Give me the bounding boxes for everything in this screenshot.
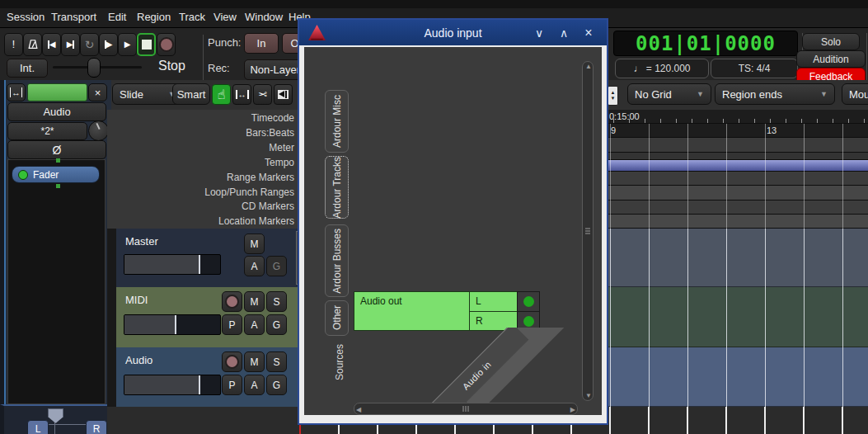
location-marker-lane[interactable] [608,215,868,229]
play-range-button[interactable]: ▶ [99,33,118,56]
zoom-state-button[interactable]: ▲▼ [608,86,618,106]
ruler-label-range[interactable]: Range Markers [227,170,294,185]
tempo-ruler[interactable] [608,153,868,160]
time-signature-button[interactable]: TS: 4/4 [711,59,798,78]
play-button[interactable]: ▶ [118,33,137,56]
midi-panic-button[interactable]: ! [4,33,23,56]
scroll-up-icon[interactable]: ▲ [585,63,592,70]
bus-name-cell[interactable]: Audio out [354,291,470,331]
mouse-mode-button[interactable]: Mouse [842,83,868,105]
scroll-down-icon[interactable]: ▼ [585,392,592,399]
range-tool-button[interactable]: ↔ [232,84,251,105]
dialog-titlebar[interactable]: Audio input ∨ ∧ × [299,20,607,45]
solo-button[interactable]: S [266,291,287,312]
scroll-right-icon[interactable]: ▶ [570,406,575,413]
audio-track-lane[interactable] [608,347,868,407]
master-track-lane[interactable] [608,229,868,287]
record-button[interactable] [157,33,176,56]
tab-ardour-tracks[interactable]: Ardour Tracks [325,156,349,219]
primary-clock[interactable]: 001|01|0000 [613,31,798,56]
scrollbar-grip[interactable] [463,406,469,412]
tab-ardour-busses[interactable]: Ardour Busses [325,224,349,297]
track-header-midi[interactable]: MIDI M S P A G [116,287,299,347]
menu-view[interactable]: View [213,11,237,23]
menu-session[interactable]: Session [7,11,45,23]
loop-button[interactable]: ↻ [80,33,99,56]
automation-button[interactable]: A [244,375,265,395]
ruler-label-timecode[interactable]: Timecode [251,111,294,125]
cut-tool-button[interactable]: ✂ [253,84,272,105]
group-button[interactable]: G [266,256,287,276]
vertical-scrollbar[interactable]: ▲ ▼ [582,61,594,401]
punch-in-button[interactable]: In [244,33,279,54]
sync-source-button[interactable]: Int. [7,59,48,78]
tab-other[interactable]: Other [325,300,349,336]
stop-button[interactable] [137,33,156,56]
playlist-button[interactable]: P [222,375,242,395]
midi-track-lane[interactable] [608,287,868,347]
pan-left-button[interactable]: L [27,420,49,434]
trim-button[interactable]: *2* [7,122,87,140]
range-marker-lane[interactable] [608,172,868,186]
fader-processor[interactable]: Fader [12,166,100,183]
metronome-button[interactable] [23,33,42,56]
track-name[interactable]: MIDI [125,294,148,306]
group-button[interactable]: G [266,314,287,335]
processor-led[interactable] [18,170,28,180]
go-to-end-button[interactable]: ▶ [61,33,80,56]
loop-punch-lane[interactable] [608,186,868,200]
meter-ruler[interactable] [608,138,868,153]
close-button[interactable]: × [580,25,597,41]
tab-ardour-misc[interactable]: Ardour Misc [325,90,349,153]
matrix-cell-connected[interactable] [517,291,540,312]
tempo-button[interactable]: ♩ = 120.000 [615,59,709,78]
track-name[interactable]: Audio [125,354,152,366]
grab-tool-button[interactable]: ☝ [212,84,231,105]
tempo-mapping-band[interactable] [608,160,868,172]
strip-width-button[interactable]: ↔ [7,83,26,101]
automation-button[interactable]: A [244,314,265,335]
menu-window[interactable]: Window [245,11,283,23]
ruler-label-meter[interactable]: Meter [269,140,294,155]
bars-ruler[interactable]: 9 13 [608,124,868,138]
menu-transport[interactable]: Transport [51,11,96,23]
mute-button[interactable]: M [244,234,265,254]
menu-region[interactable]: Region [137,11,171,23]
solo-button[interactable]: Solo [802,33,860,50]
menu-track[interactable]: Track [179,11,205,23]
pan-handle[interactable] [48,408,63,423]
cd-marker-lane[interactable] [608,200,868,215]
trim-knob[interactable] [88,120,109,141]
automation-button[interactable]: A [244,256,265,276]
fade-tool-button[interactable] [274,84,293,105]
track-name[interactable]: Master [125,235,158,248]
track-name-button[interactable]: Audio [7,102,106,121]
gain-slider[interactable] [124,254,221,275]
pan-right-button[interactable]: R [86,420,107,434]
track-header-master[interactable]: Master M A G [116,229,299,287]
playlist-button[interactable]: P [222,314,242,335]
menu-edit[interactable]: Edit [108,11,126,23]
gain-slider[interactable] [124,314,221,335]
scroll-left-icon[interactable]: ◀ [356,406,361,413]
track-header-audio[interactable]: Audio M S P A G [116,347,299,407]
scrollbar-grip[interactable] [585,229,590,234]
strip-hide-button[interactable]: × [88,83,107,101]
mute-button[interactable]: M [244,291,265,312]
record-enable-button[interactable] [222,351,242,372]
timecode-ruler[interactable]: 0:15:00 [608,110,868,124]
smart-mode-button[interactable]: Smart [172,83,210,105]
mute-button[interactable]: M [244,351,265,372]
gain-slider[interactable] [124,375,221,395]
phase-invert-button[interactable]: Ø [7,140,106,159]
shuttle-handle[interactable] [87,58,101,78]
unshade-button[interactable]: ∧ [556,25,572,41]
ruler-label-cd[interactable]: CD Markers [242,199,294,214]
shade-button[interactable]: ∨ [531,25,547,41]
horizontal-scrollbar[interactable]: ◀ ▶ [354,403,578,415]
processor-box[interactable]: Fader [7,159,106,404]
solo-button[interactable]: S [266,351,287,372]
record-enable-button[interactable] [222,291,242,312]
ruler-label-loop[interactable]: Loop/Punch Ranges [204,185,294,200]
go-to-start-button[interactable]: ◀ [42,33,61,56]
